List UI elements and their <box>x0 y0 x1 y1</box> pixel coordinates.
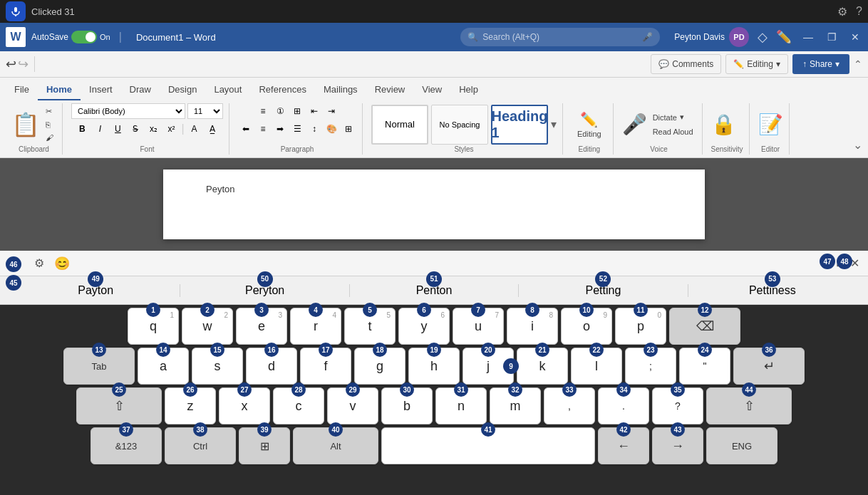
key-backspace[interactable]: ⌫ 12 <box>669 308 740 345</box>
tab-review[interactable]: Review <box>366 80 414 100</box>
subscript-btn[interactable]: x₂ <box>145 121 161 137</box>
align-right-btn[interactable]: ➡ <box>272 121 288 137</box>
styles-expand-icon[interactable]: ▾ <box>551 118 557 131</box>
key-symbols[interactable]: &123 37 <box>91 427 162 464</box>
help-icon[interactable]: ? <box>856 5 862 18</box>
key-j[interactable]: j 20 9 <box>463 348 514 385</box>
shading-btn[interactable]: 🎨 <box>324 121 339 137</box>
key-m[interactable]: m 32 <box>490 387 541 424</box>
key-quote[interactable]: " 24 <box>679 348 730 385</box>
key-l[interactable]: l 22 <box>571 348 622 385</box>
tab-home[interactable]: Home <box>38 80 81 100</box>
key-w[interactable]: 2w 2 <box>182 308 233 345</box>
key-c[interactable]: c 28 <box>273 387 324 424</box>
key-t[interactable]: 5t 5 <box>344 308 396 345</box>
key-semicolon[interactable]: ; 23 <box>625 348 676 385</box>
font-name-select[interactable]: Calibri (Body) <box>71 103 185 119</box>
key-k[interactable]: k 21 <box>517 348 568 385</box>
dictate-btn[interactable]: Dictate ▾ <box>650 111 696 123</box>
key-g[interactable]: g 18 <box>354 348 405 385</box>
numbering-btn[interactable]: ① <box>272 103 288 119</box>
key-r[interactable]: 4r 4 <box>290 308 341 345</box>
tab-file[interactable]: File <box>6 80 38 100</box>
key-tab[interactable]: Tab 13 <box>63 348 135 385</box>
tab-draw[interactable]: Draw <box>121 80 160 100</box>
keyboard-emoji-icon[interactable]: 😊 <box>54 256 70 271</box>
editing-btn[interactable]: ✏️ Editing <box>572 108 607 141</box>
increase-indent-btn[interactable]: ⇥ <box>324 103 339 119</box>
tab-design[interactable]: Design <box>160 80 205 100</box>
keyboard-settings-icon[interactable]: ⚙ <box>34 256 44 270</box>
minimize-btn[interactable]: — <box>800 31 816 43</box>
cut-btn[interactable]: ✂ <box>43 105 56 118</box>
multilevel-btn[interactable]: ⊞ <box>289 103 305 119</box>
tab-insert[interactable]: Insert <box>81 80 121 100</box>
style-heading1[interactable]: Heading 1 <box>491 105 548 145</box>
bold-btn[interactable]: B <box>74 121 90 137</box>
suggestion-petting[interactable]: 52 Petting <box>518 284 687 297</box>
suggestion-payton[interactable]: 49 Payton <box>11 284 180 297</box>
key-y[interactable]: 6y 6 <box>398 308 450 345</box>
key-v[interactable]: v 29 <box>327 387 378 424</box>
font-color-btn[interactable]: A <box>187 121 202 137</box>
tab-mailings[interactable]: Mailings <box>315 80 366 100</box>
key-i[interactable]: 8i 8 <box>507 308 558 345</box>
key-right-arrow[interactable]: → 43 <box>652 427 703 464</box>
key-f[interactable]: f 17 <box>300 348 351 385</box>
key-x[interactable]: x 27 <box>219 387 270 424</box>
editor-icon[interactable]: 📝 <box>758 113 783 136</box>
highlight-btn[interactable]: A̲ <box>205 121 220 137</box>
settings-icon[interactable]: ⚙ <box>837 5 847 19</box>
document-page[interactable]: Peyton <box>163 170 705 239</box>
borders-btn[interactable]: ⊞ <box>341 121 356 137</box>
tab-references[interactable]: References <box>250 80 314 100</box>
key-question[interactable]: ? 35 <box>652 387 703 424</box>
key-h[interactable]: h 19 <box>408 348 460 385</box>
key-o[interactable]: 9o 10 <box>561 308 612 345</box>
read-aloud-btn[interactable]: Read Aloud <box>650 126 696 137</box>
key-enter[interactable]: ↵ 36 <box>733 348 805 385</box>
more-commands-icon[interactable]: ⌄ <box>853 138 862 155</box>
suggestion-penton[interactable]: 51 Penton <box>349 284 518 297</box>
key-q[interactable]: 1q 1 <box>128 308 179 345</box>
key-d[interactable]: d 16 <box>246 348 297 385</box>
line-spacing-btn[interactable]: ↕ <box>306 121 322 137</box>
suggestion-pettiness[interactable]: 53 Pettiness <box>688 284 857 297</box>
paste-icon[interactable]: 📋 <box>11 111 40 138</box>
justify-btn[interactable]: ☰ <box>289 121 305 137</box>
mic-button[interactable] <box>6 1 26 21</box>
key-shift-left[interactable]: ⇧ 25 <box>76 387 162 424</box>
restore-btn[interactable]: ❐ <box>825 31 839 43</box>
key-left-arrow[interactable]: ← 42 <box>598 427 649 464</box>
sensitivity-icon[interactable]: 🔒 <box>711 113 736 136</box>
align-center-btn[interactable]: ≡ <box>255 121 271 137</box>
collapse-ribbon-icon[interactable]: ⌃ <box>854 58 862 70</box>
suggestion-peryton[interactable]: 50 Peryton <box>180 284 348 297</box>
decrease-indent-btn[interactable]: ⇤ <box>306 103 322 119</box>
search-box[interactable]: 🔍 Search (Alt+Q) 🎤 <box>460 28 660 46</box>
key-p[interactable]: 0p 11 <box>615 308 666 345</box>
dictate-icon[interactable]: 🎤 <box>622 113 647 136</box>
key-alt[interactable]: Alt 40 <box>293 427 378 464</box>
key-shift-right[interactable]: ⇧ 44 <box>706 387 792 424</box>
key-win[interactable]: ⊞ 39 <box>239 427 290 464</box>
close-btn[interactable]: ✕ <box>848 31 862 43</box>
key-b[interactable]: b 30 <box>381 387 433 424</box>
key-u[interactable]: 7u 7 <box>453 308 504 345</box>
font-size-select[interactable]: 11 <box>187 103 223 119</box>
redo-btn[interactable]: ↪ <box>18 56 29 72</box>
align-left-btn[interactable]: ⬅ <box>238 121 254 137</box>
key-period[interactable]: . 34 <box>598 387 649 424</box>
key-n[interactable]: n 31 <box>435 387 487 424</box>
underline-btn[interactable]: U <box>110 121 125 137</box>
editing-mode-button[interactable]: ✏️ Editing ▾ <box>725 54 788 74</box>
strikethrough-btn[interactable]: S̶ <box>128 121 143 137</box>
tab-help[interactable]: Help <box>450 80 487 100</box>
edit-icon[interactable]: ✏️ <box>776 29 792 45</box>
key-z[interactable]: z 26 <box>165 387 216 424</box>
diamond-icon[interactable]: ◇ <box>758 29 768 45</box>
key-ctrl[interactable]: Ctrl 38 <box>165 427 236 464</box>
copy-btn[interactable]: ⎘ <box>43 119 56 130</box>
tab-layout[interactable]: Layout <box>205 80 250 100</box>
share-button[interactable]: ↑ Share ▾ <box>792 54 849 74</box>
